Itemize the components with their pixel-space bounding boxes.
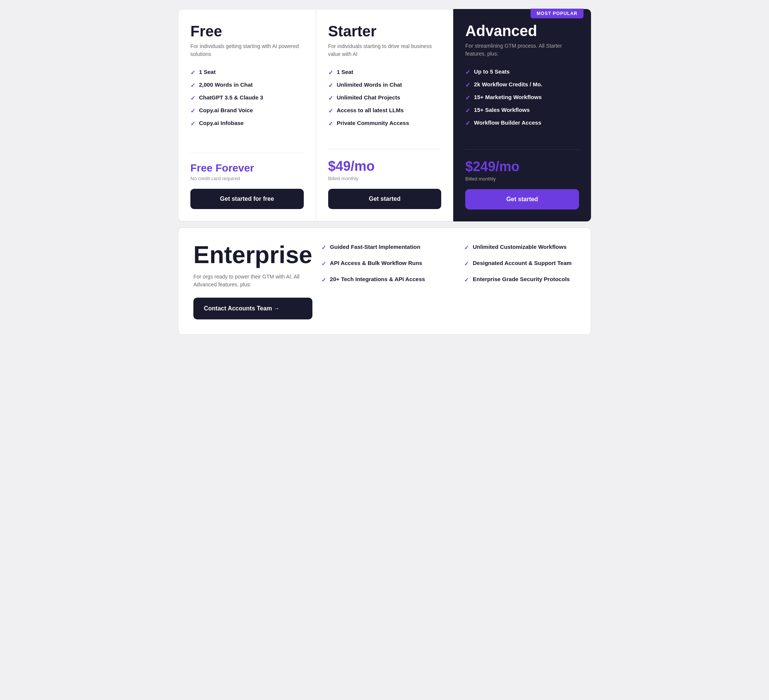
feature-label: Copy.ai Brand Voice xyxy=(199,107,253,113)
list-item: ✓ 2k Workflow Credits / Mo. xyxy=(465,81,579,88)
free-price-label: Free Forever xyxy=(190,162,304,174)
list-item: ✓ Enterprise Grade Security Protocols xyxy=(464,275,576,284)
list-item: ✓ Unlimited Words in Chat xyxy=(328,82,442,89)
check-icon: ✓ xyxy=(190,120,195,127)
list-item: ✓ Access to all latest LLMs xyxy=(328,107,442,114)
feature-label: Up to 5 Seats xyxy=(474,68,510,75)
feature-label: ChatGPT 3.5 & Claude 3 xyxy=(199,94,263,101)
plan-divider xyxy=(328,149,442,149)
feature-label: 20+ Tech Integrations & API Access xyxy=(330,275,425,283)
check-icon: ✓ xyxy=(190,108,195,114)
list-item: ✓ Workflow Builder Access xyxy=(465,119,579,127)
starter-features-list: ✓ 1 Seat ✓ Unlimited Words in Chat ✓ Unl… xyxy=(328,69,442,133)
free-billing: No credit card required xyxy=(190,176,304,181)
feature-label: Guided Fast-Start Implementation xyxy=(330,243,420,251)
check-icon: ✓ xyxy=(465,94,470,101)
check-icon: ✓ xyxy=(322,244,326,252)
advanced-plan-card: MOST POPULAR Advanced For streamlining G… xyxy=(453,9,591,222)
free-plan-name: Free xyxy=(190,23,304,39)
list-item: ✓ API Access & Bulk Workflow Runs xyxy=(322,259,455,268)
advanced-features-list: ✓ Up to 5 Seats ✓ 2k Workflow Credits / … xyxy=(465,68,579,133)
starter-billing: Billed monthly xyxy=(328,176,442,181)
list-item: ✓ Guided Fast-Start Implementation xyxy=(322,243,455,252)
feature-label: Access to all latest LLMs xyxy=(337,107,404,113)
list-item: ✓ 20+ Tech Integrations & API Access xyxy=(322,275,455,284)
check-icon: ✓ xyxy=(465,120,470,127)
list-item: ✓ 2,000 Words in Chat xyxy=(190,82,304,89)
list-item: ✓ Up to 5 Seats xyxy=(465,68,579,76)
feature-label: Enterprise Grade Security Protocols xyxy=(473,275,570,283)
free-plan-card: Free For individuals getting starting wi… xyxy=(178,9,316,222)
feature-label: 15+ Sales Workflows xyxy=(474,107,530,113)
feature-label: Private Community Access xyxy=(337,120,409,126)
advanced-price: $249/mo xyxy=(465,159,579,175)
advanced-billing: Billed monthly xyxy=(465,176,579,181)
check-icon: ✓ xyxy=(328,82,333,89)
list-item: ✓ Unlimited Customizable Workflows xyxy=(464,243,576,252)
enterprise-plan-description: For orgs ready to power their GTM with A… xyxy=(193,273,312,289)
check-icon: ✓ xyxy=(464,244,469,252)
free-cta-button[interactable]: Get started for free xyxy=(190,189,304,209)
starter-plan-description: For individuals starting to drive real b… xyxy=(328,42,442,58)
feature-label: API Access & Bulk Workflow Runs xyxy=(330,259,422,267)
feature-label: Unlimited Chat Projects xyxy=(337,94,400,101)
enterprise-features-col1: ✓ Guided Fast-Start Implementation ✓ API… xyxy=(322,243,455,284)
list-item: ✓ Private Community Access xyxy=(328,120,442,127)
feature-label: 1 Seat xyxy=(199,69,216,75)
check-icon: ✓ xyxy=(328,120,333,127)
feature-label: 2,000 Words in Chat xyxy=(199,82,253,88)
check-icon: ✓ xyxy=(190,82,195,89)
check-icon: ✓ xyxy=(322,276,326,284)
list-item: ✓ 15+ Marketing Workflows xyxy=(465,94,579,101)
feature-label: 15+ Marketing Workflows xyxy=(474,94,541,100)
free-plan-description: For individuals getting starting with AI… xyxy=(190,42,304,58)
feature-label: Unlimited Customizable Workflows xyxy=(473,243,566,251)
list-item: ✓ 15+ Sales Workflows xyxy=(465,107,579,114)
enterprise-left-section: Enterprise For orgs ready to power their… xyxy=(193,243,312,319)
feature-label: Copy.ai Infobase xyxy=(199,120,244,126)
advanced-plan-name: Advanced xyxy=(465,22,579,39)
feature-label: 2k Workflow Credits / Mo. xyxy=(474,81,542,87)
enterprise-cta-button[interactable]: Contact Accounts Team → xyxy=(193,298,312,319)
list-item: ✓ 1 Seat xyxy=(328,69,442,76)
check-icon: ✓ xyxy=(190,95,195,102)
check-icon: ✓ xyxy=(328,95,333,102)
check-icon: ✓ xyxy=(190,69,195,76)
check-icon: ✓ xyxy=(465,107,470,114)
starter-plan-name: Starter xyxy=(328,23,442,39)
plan-divider xyxy=(465,149,579,150)
list-item: ✓ Copy.ai Infobase xyxy=(190,120,304,127)
list-item: ✓ Unlimited Chat Projects xyxy=(328,94,442,102)
enterprise-features-col2: ✓ Unlimited Customizable Workflows ✓ Des… xyxy=(464,243,576,284)
enterprise-plan-name: Enterprise xyxy=(193,243,312,267)
starter-plan-card: Starter For individuals starting to driv… xyxy=(316,9,454,222)
starter-cta-button[interactable]: Get started xyxy=(328,189,442,209)
free-features-list: ✓ 1 Seat ✓ 2,000 Words in Chat ✓ ChatGPT… xyxy=(190,69,304,136)
enterprise-plan-card: Enterprise For orgs ready to power their… xyxy=(178,228,591,335)
pricing-container: Free For individuals getting starting wi… xyxy=(178,9,591,335)
feature-label: 1 Seat xyxy=(337,69,353,75)
advanced-cta-button[interactable]: Get started xyxy=(465,189,579,209)
list-item: ✓ Designated Account & Support Team xyxy=(464,259,576,268)
check-icon: ✓ xyxy=(465,82,470,88)
check-icon: ✓ xyxy=(328,69,333,76)
check-icon: ✓ xyxy=(328,108,333,114)
feature-label: Designated Account & Support Team xyxy=(473,259,571,267)
check-icon: ✓ xyxy=(464,276,469,284)
feature-label: Workflow Builder Access xyxy=(474,119,541,126)
list-item: ✓ ChatGPT 3.5 & Claude 3 xyxy=(190,94,304,102)
plan-divider xyxy=(190,153,304,153)
list-item: ✓ Copy.ai Brand Voice xyxy=(190,107,304,114)
advanced-plan-description: For streamlining GTM process. All Starte… xyxy=(465,42,579,58)
list-item: ✓ 1 Seat xyxy=(190,69,304,76)
feature-label: Unlimited Words in Chat xyxy=(337,82,402,88)
starter-price: $49/mo xyxy=(328,158,442,174)
check-icon: ✓ xyxy=(322,260,326,268)
check-icon: ✓ xyxy=(465,69,470,76)
check-icon: ✓ xyxy=(464,260,469,268)
most-popular-badge: MOST POPULAR xyxy=(531,9,584,18)
top-plans-row: Free For individuals getting starting wi… xyxy=(178,9,591,222)
